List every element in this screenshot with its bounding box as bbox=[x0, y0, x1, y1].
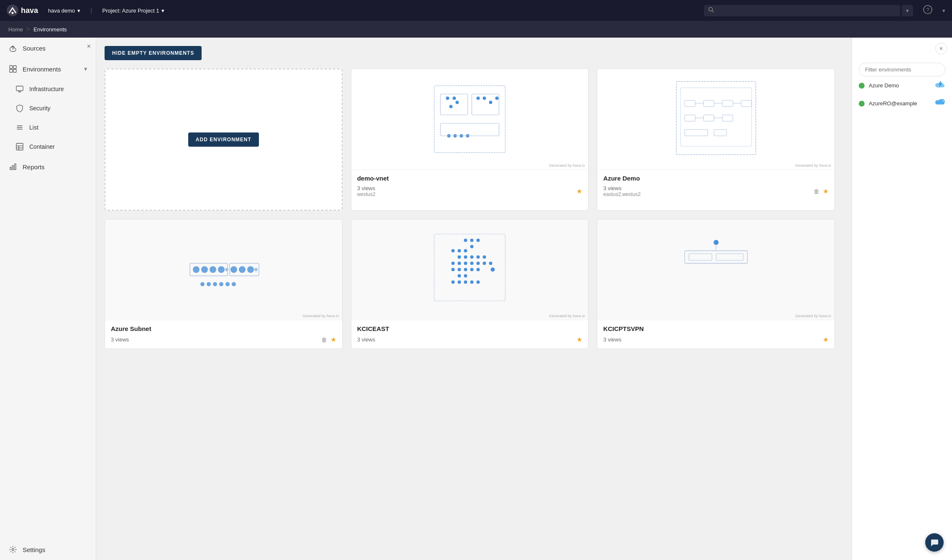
svg-rect-40 bbox=[685, 100, 695, 107]
svg-point-73 bbox=[476, 239, 480, 242]
breadcrumb-current: Environments bbox=[33, 26, 67, 33]
svg-point-88 bbox=[483, 262, 486, 265]
svg-rect-44 bbox=[722, 100, 733, 107]
app-logo[interactable]: hava bbox=[7, 5, 38, 16]
sidebar-item-list-label: List bbox=[29, 124, 38, 131]
main-content: HIDE EMPTY ENVIRONMENTS ADD ENVIRONMENT bbox=[96, 38, 952, 560]
sidebar-item-environments[interactable]: Environments ▾ bbox=[0, 59, 96, 79]
sidebar-item-infrastructure[interactable]: Infrastructure bbox=[0, 79, 96, 99]
svg-rect-42 bbox=[704, 100, 714, 107]
svg-rect-46 bbox=[741, 100, 752, 107]
panel-close-button[interactable]: × bbox=[935, 43, 947, 54]
sidebar-close-button[interactable]: × bbox=[87, 43, 91, 50]
svg-point-70 bbox=[232, 282, 236, 286]
status-dot-active-2 bbox=[859, 101, 865, 107]
env-card-info-kcicptsvpn: KCICPTSVPN 3 views ★ bbox=[597, 320, 834, 349]
svg-point-67 bbox=[213, 282, 217, 286]
main-content-inner: HIDE EMPTY ENVIRONMENTS ADD ENVIRONMENT bbox=[105, 46, 835, 349]
env-card-azure-subnet[interactable]: Generated by hava.io Azure Subnet 3 view… bbox=[105, 219, 343, 349]
cloud-upload-icon bbox=[8, 43, 18, 53]
svg-point-71 bbox=[464, 239, 467, 242]
sidebar-item-security[interactable]: Security bbox=[0, 99, 96, 118]
generated-by-text-3: Generated by hava.io bbox=[303, 314, 339, 318]
search-filter-button[interactable]: ▾ bbox=[902, 5, 913, 16]
env-card-preview-kciceast: Generated by hava.io bbox=[351, 219, 589, 320]
environment-grid: ADD ENVIRONMENT bbox=[105, 69, 835, 349]
nav-divider: | bbox=[90, 7, 92, 14]
env-card-demo-vnet[interactable]: Generated by hava.io demo-vnet 3 views w… bbox=[351, 69, 589, 211]
hide-empty-environments-button[interactable]: HIDE EMPTY ENVIRONMENTS bbox=[105, 46, 202, 60]
svg-rect-49 bbox=[704, 115, 714, 121]
svg-point-29 bbox=[476, 97, 480, 100]
svg-rect-22 bbox=[434, 86, 505, 153]
svg-point-78 bbox=[464, 255, 467, 259]
breadcrumb: Home > Environments bbox=[0, 21, 952, 38]
sidebar-item-environments-label: Environments bbox=[23, 66, 61, 73]
star-icon-filled[interactable]: ★ bbox=[576, 187, 582, 195]
svg-rect-102 bbox=[434, 234, 505, 301]
env-card-azure-demo[interactable]: Generated by hava.io Azure Demo 3 views … bbox=[597, 69, 835, 211]
svg-point-69 bbox=[225, 282, 230, 286]
sidebar-item-container[interactable]: Container bbox=[0, 137, 96, 156]
search-container: ▾ bbox=[704, 5, 913, 16]
svg-point-30 bbox=[483, 97, 486, 100]
search-input[interactable] bbox=[704, 5, 900, 16]
svg-point-80 bbox=[458, 255, 461, 259]
project-menu[interactable]: Project: Azure Project 1 ▾ bbox=[99, 6, 168, 15]
add-environment-button[interactable]: ADD ENVIRONMENT bbox=[188, 132, 259, 147]
svg-point-1 bbox=[12, 12, 14, 14]
star-icon-filled-5[interactable]: ★ bbox=[823, 336, 829, 344]
source-item-azurero[interactable]: AzureRO@example bbox=[859, 94, 945, 112]
sidebar-item-list[interactable]: List bbox=[0, 118, 96, 137]
env-card-actions-demo-vnet: 3 views westus2 ★ bbox=[357, 185, 583, 197]
sidebar-item-settings[interactable]: Settings bbox=[0, 539, 96, 560]
svg-point-95 bbox=[464, 274, 467, 277]
logo-text: hava bbox=[21, 6, 38, 15]
filter-environments-input[interactable] bbox=[859, 63, 945, 76]
sidebar-item-reports[interactable]: Reports bbox=[0, 156, 96, 177]
env-card-kcicptsvpn[interactable]: Generated by hava.io KCICPTSVPN 3 views … bbox=[597, 219, 835, 349]
svg-point-96 bbox=[458, 274, 461, 277]
svg-point-21 bbox=[12, 549, 14, 551]
svg-point-94 bbox=[476, 268, 480, 271]
top-navigation: hava hava demo ▾ | Project: Azure Projec… bbox=[0, 0, 952, 21]
svg-point-99 bbox=[464, 280, 467, 284]
env-card-title-azure-demo: Azure Demo bbox=[603, 175, 829, 182]
env-card-info-azure-demo: Azure Demo 3 views eastus2,westus2 🗑 ★ bbox=[597, 169, 834, 202]
user-menu[interactable]: hava demo ▾ bbox=[45, 6, 84, 15]
env-card-action-icons-3: 🗑 ★ bbox=[321, 336, 336, 344]
star-icon-filled-4[interactable]: ★ bbox=[576, 336, 582, 344]
breadcrumb-home[interactable]: Home bbox=[8, 26, 23, 33]
status-dot-active bbox=[859, 83, 865, 89]
env-card-kciceast[interactable]: Generated by hava.io KCICEAST 3 views ★ bbox=[351, 219, 589, 349]
env-card-views-azure-demo: 3 views eastus2,westus2 bbox=[603, 185, 640, 197]
star-icon-filled-3[interactable]: ★ bbox=[330, 336, 336, 344]
list-icon bbox=[15, 123, 24, 132]
trash-icon[interactable]: 🗑 bbox=[814, 188, 819, 195]
svg-rect-51 bbox=[722, 115, 733, 121]
svg-rect-37 bbox=[440, 123, 499, 136]
star-icon-filled-2[interactable]: ★ bbox=[823, 187, 829, 195]
svg-point-103 bbox=[491, 267, 495, 272]
add-environment-card[interactable]: ADD ENVIRONMENT bbox=[105, 69, 343, 211]
svg-rect-9 bbox=[13, 69, 16, 72]
svg-point-82 bbox=[483, 255, 486, 259]
env-card-info-kciceast: KCICEAST 3 views ★ bbox=[351, 320, 589, 349]
env-diagram-azure-demo bbox=[672, 77, 760, 161]
grid-icon bbox=[8, 64, 18, 74]
svg-point-77 bbox=[451, 249, 455, 252]
sidebar-item-sources[interactable]: Sources bbox=[0, 38, 96, 59]
generated-by-text-5: Generated by hava.io bbox=[795, 314, 831, 318]
env-card-views-kcicptsvpn: 3 views bbox=[603, 336, 621, 343]
user-account-menu[interactable]: ▾ bbox=[942, 8, 945, 14]
chat-widget[interactable] bbox=[925, 533, 944, 552]
svg-point-97 bbox=[451, 280, 455, 284]
user-chevron: ▾ bbox=[942, 8, 945, 14]
svg-point-83 bbox=[464, 262, 467, 265]
env-card-action-icons-4: ★ bbox=[576, 336, 582, 344]
user-menu-label: hava demo bbox=[48, 8, 75, 14]
help-icon[interactable]: ? bbox=[923, 5, 932, 16]
env-card-views-kciceast: 3 views bbox=[357, 336, 375, 343]
trash-icon-2[interactable]: 🗑 bbox=[321, 336, 327, 343]
source-item-azure-demo[interactable]: Azure Demo bbox=[859, 76, 945, 94]
